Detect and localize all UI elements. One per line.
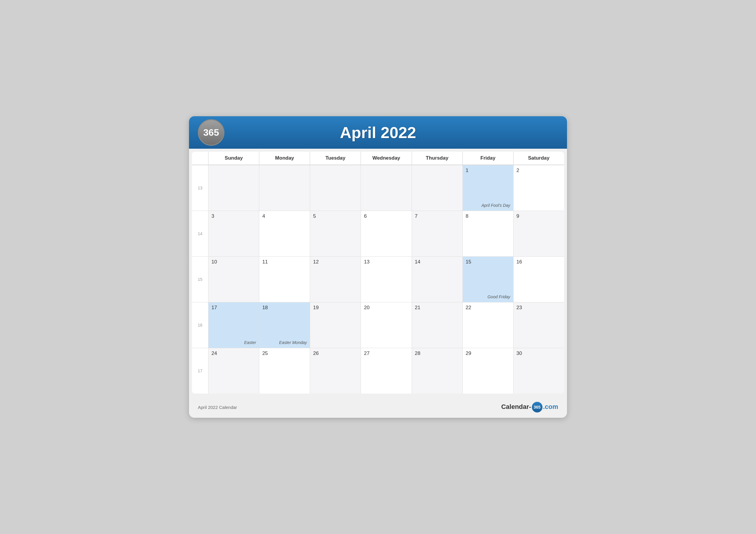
cal-cell-1[interactable]: 1April Fool's Day	[463, 165, 513, 211]
cal-cell-20[interactable]: 20	[361, 302, 411, 348]
cal-cell-15[interactable]: 15Good Friday	[463, 256, 513, 302]
footer-brand: Calendar-365.com	[501, 402, 558, 413]
cal-cell-22[interactable]: 22	[463, 302, 513, 348]
day-number: 12	[313, 259, 319, 265]
day-number: 6	[364, 213, 366, 219]
cal-cell-empty-0-1[interactable]	[259, 165, 310, 211]
calendar-grid: 131April Fool's Day214345678915101112131…	[192, 165, 564, 394]
cal-cell-empty-0-0[interactable]	[208, 165, 259, 211]
brand-365-badge: 365	[532, 402, 543, 413]
calendar-title: April 2022	[198, 123, 558, 141]
day-number: 21	[415, 305, 420, 310]
cal-cell-empty-0-4[interactable]	[412, 165, 463, 211]
cal-cell-18[interactable]: 18Easter Monday	[259, 302, 310, 348]
day-number: 4	[262, 213, 265, 219]
cal-cell-21[interactable]: 21	[412, 302, 463, 348]
week-number-14: 14	[192, 211, 208, 256]
week-number-15: 15	[192, 256, 208, 302]
cal-cell-8[interactable]: 8	[463, 211, 513, 256]
logo: 365	[198, 119, 225, 146]
cal-cell-14[interactable]: 14	[412, 256, 463, 302]
brand-dot: .com	[543, 403, 558, 410]
day-number: 22	[466, 305, 471, 310]
footer: April 2022 Calendar Calendar-365.com	[189, 396, 567, 418]
calendar-body: Sunday Monday Tuesday Wednesday Thursday…	[192, 152, 564, 394]
day-header-saturday: Saturday	[513, 152, 564, 165]
day-header-wednesday: Wednesday	[361, 152, 411, 165]
cal-cell-17[interactable]: 17Easter	[208, 302, 259, 348]
cal-cell-13[interactable]: 13	[361, 256, 411, 302]
day-number: 13	[364, 259, 369, 265]
cal-cell-30[interactable]: 30	[513, 348, 564, 394]
cal-cell-28[interactable]: 28	[412, 348, 463, 394]
day-number: 3	[211, 213, 214, 219]
cal-cell-12[interactable]: 12	[310, 256, 361, 302]
week-number-16: 16	[192, 302, 208, 348]
day-number: 15	[466, 259, 471, 265]
day-number: 25	[262, 350, 268, 356]
cal-cell-19[interactable]: 19	[310, 302, 361, 348]
day-header-thursday: Thursday	[412, 152, 463, 165]
day-header-sunday: Sunday	[208, 152, 259, 165]
day-number: 29	[466, 350, 471, 356]
day-number: 2	[517, 167, 519, 173]
cal-cell-16[interactable]: 16	[513, 256, 564, 302]
cal-cell-26[interactable]: 26	[310, 348, 361, 394]
cal-cell-11[interactable]: 11	[259, 256, 310, 302]
cal-cell-5[interactable]: 5	[310, 211, 361, 256]
day-number: 30	[517, 350, 522, 356]
cal-cell-6[interactable]: 6	[361, 211, 411, 256]
day-number: 11	[262, 259, 268, 265]
cal-cell-4[interactable]: 4	[259, 211, 310, 256]
cal-cell-27[interactable]: 27	[361, 348, 411, 394]
day-number: 14	[415, 259, 420, 265]
day-number: 20	[364, 305, 369, 310]
day-number: 28	[415, 350, 420, 356]
day-number: 24	[211, 350, 217, 356]
day-number: 10	[211, 259, 217, 265]
day-headers: Sunday Monday Tuesday Wednesday Thursday…	[192, 152, 564, 165]
cal-cell-24[interactable]: 24	[208, 348, 259, 394]
cal-cell-empty-0-2[interactable]	[310, 165, 361, 211]
holiday-label-17: Easter	[244, 340, 256, 345]
day-number: 26	[313, 350, 319, 356]
day-number: 18	[262, 305, 268, 310]
holiday-label-1: April Fool's Day	[481, 203, 510, 208]
day-number: 7	[415, 213, 418, 219]
day-header-friday: Friday	[463, 152, 513, 165]
day-header-monday: Monday	[259, 152, 310, 165]
day-number: 23	[517, 305, 522, 310]
cal-cell-23[interactable]: 23	[513, 302, 564, 348]
day-header-tuesday: Tuesday	[310, 152, 361, 165]
day-number: 9	[517, 213, 519, 219]
calendar-header: 365 April 2022	[189, 116, 567, 149]
cal-cell-3[interactable]: 3	[208, 211, 259, 256]
footer-caption: April 2022 Calendar	[198, 405, 237, 410]
week-number-13: 13	[192, 165, 208, 211]
day-number: 17	[211, 305, 217, 310]
cal-cell-9[interactable]: 9	[513, 211, 564, 256]
day-number: 16	[517, 259, 522, 265]
cal-cell-7[interactable]: 7	[412, 211, 463, 256]
week-num-header-spacer	[192, 152, 208, 165]
week-number-17: 17	[192, 348, 208, 394]
cal-cell-2[interactable]: 2	[513, 165, 564, 211]
day-number: 5	[313, 213, 316, 219]
cal-cell-10[interactable]: 10	[208, 256, 259, 302]
brand-prefix: Calendar-	[501, 403, 531, 410]
holiday-label-18: Easter Monday	[279, 340, 307, 345]
day-number: 1	[466, 167, 468, 173]
cal-cell-25[interactable]: 25	[259, 348, 310, 394]
calendar-container: 365 April 2022 Sunday Monday Tuesday Wed…	[189, 116, 567, 418]
cal-cell-29[interactable]: 29	[463, 348, 513, 394]
holiday-label-15: Good Friday	[488, 294, 510, 299]
day-number: 27	[364, 350, 369, 356]
day-number: 19	[313, 305, 319, 310]
cal-cell-empty-0-3[interactable]	[361, 165, 411, 211]
day-number: 8	[466, 213, 468, 219]
